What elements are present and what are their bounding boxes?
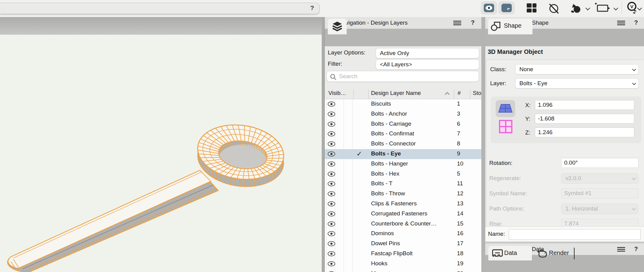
visibility-eye-icon[interactable] [327,191,335,198]
visibility-eye-icon[interactable] [327,151,335,158]
layer-name[interactable]: Magents [371,270,393,272]
layer-row[interactable]: Bolts - Throw12 [325,189,481,199]
layer-name[interactable]: Bolts - Hanger [371,160,408,167]
visibility-eye-icon[interactable] [327,101,335,108]
x-input[interactable]: 1.096 [535,100,634,110]
filter-label: Filter: [328,61,342,67]
layer-row[interactable]: Bolts - Carriage6 [325,119,481,129]
layer-row[interactable]: Dominos16 [325,229,481,239]
column-name[interactable]: Design Layer Name [371,90,421,96]
grid-2d-mode-button[interactable] [499,120,513,135]
visibility-eye-icon[interactable] [327,121,335,128]
layer-name[interactable]: Bolts - Confirmat [371,130,414,137]
layer-row[interactable]: Bolts - Connector8 [325,139,481,149]
layer-options-dropdown[interactable]: Active Only [376,48,479,58]
page-note-toggle-button[interactable] [498,1,515,15]
visibility-eye-icon[interactable] [327,231,335,238]
layer-list-header[interactable]: Visib… Design Layer Name # Sto [325,88,481,99]
panel-splitter-handle[interactable] [574,248,575,259]
visibility-eye-icon[interactable] [327,161,335,168]
layer-name[interactable]: Bolts - Connector [371,140,416,147]
visibility-eye-icon[interactable] [327,201,335,208]
layer-name[interactable]: Bolts - Throw [371,190,405,197]
layer-row[interactable]: Clips & Fasteners13 [325,199,481,209]
no-render-circle-slash-button[interactable] [547,3,561,16]
layer-name[interactable]: Counterbore & Counter… [371,220,437,227]
tab-design-layers[interactable] [328,19,347,34]
column-visibility[interactable]: Visib… [328,90,346,96]
visibility-eye-icon[interactable] [327,271,335,272]
layer-dropdown[interactable]: Bolts - Eye [515,78,639,89]
visibility-eye-icon[interactable] [327,171,335,178]
class-dropdown[interactable]: None [515,64,639,75]
visibility-eye-toggle-button[interactable] [481,1,497,15]
visibility-eye-icon[interactable] [327,221,335,228]
layer-name[interactable]: Bolts - Anchor [371,110,407,117]
layer-row[interactable]: Corrugated Fasteners14 [325,209,481,219]
new-viewport-dropdown-chevron-icon[interactable] [614,6,618,11]
panel-help-button[interactable]: ? [634,246,638,253]
layer-name[interactable]: Hooks [371,260,387,267]
panel-divider[interactable] [322,17,325,272]
window-layout-button[interactable] [526,3,538,15]
layer-row[interactable]: Biscuits1 [325,99,481,109]
layer-row[interactable]: Magents20 [325,269,481,272]
panel-menu-icon[interactable] [617,247,625,252]
search-field[interactable] [327,71,479,82]
filter-dropdown[interactable]: <All Layers> [376,59,479,70]
column-stories[interactable]: Sto [473,90,481,96]
layer-row[interactable]: Dowel Pins17 [325,239,481,249]
visibility-eye-icon[interactable] [327,111,335,118]
visibility-eye-icon[interactable] [327,181,335,188]
view-bar-help-button[interactable]: ? [310,4,314,12]
layer-name[interactable]: Bolts - T [371,180,392,187]
layer-row[interactable]: Bolts - Confirmat7 [325,129,481,139]
rotation-input[interactable]: 0.00° [561,158,639,168]
panel-menu-icon[interactable] [617,21,625,25]
layer-row[interactable]: Hooks19 [325,259,481,269]
visibility-eye-icon[interactable] [327,141,335,148]
visibility-eye-icon[interactable] [327,211,335,218]
visibility-eye-icon[interactable] [327,251,335,258]
render-style-button[interactable] [569,3,584,16]
search-input[interactable] [339,72,473,81]
tab-shape[interactable]: Shape [488,19,533,34]
layer-row[interactable]: Fastcap FlipBolt18 [325,249,481,259]
design-layer-list[interactable]: Biscuits1Bolts - Anchor3Bolts - Carriage… [325,99,481,272]
column-number[interactable]: # [458,90,461,96]
tab-data[interactable]: Data [488,246,532,260]
layer-name[interactable]: Biscuits [371,100,391,107]
visibility-eye-icon[interactable] [327,131,335,138]
layer-name[interactable]: Bolts - Eye [371,150,401,157]
layer-number: 3 [457,110,460,117]
tab-render[interactable]: Render [533,246,576,260]
new-viewport-button[interactable] [595,3,612,16]
panel-help-button[interactable]: ? [471,19,475,26]
visibility-eye-icon[interactable] [327,261,335,268]
visibility-eye-icon[interactable] [327,241,335,248]
coords-3d-mode-button[interactable] [496,100,515,117]
layer-name[interactable]: Bolts - Carriage [371,120,411,127]
layer-name[interactable]: Clips & Fasteners [371,200,417,207]
layer-name[interactable]: Dominos [371,230,394,237]
panel-help-button[interactable]: ? [634,19,638,26]
panel-divider[interactable] [481,17,485,272]
layer-row[interactable]: ✓Bolts - Eye9 [325,149,481,159]
layer-name[interactable]: Corrugated Fasteners [371,210,427,217]
x-value: 1.096 [538,102,553,108]
z-input[interactable]: 1.246 [535,127,634,137]
layer-row[interactable]: Counterbore & Counter…15 [325,219,481,229]
render-style-dropdown-chevron-icon[interactable] [586,6,590,11]
layer-row[interactable]: Bolts - Anchor3 [325,109,481,119]
layer-row[interactable]: Bolts - Hex5 [325,169,481,179]
layer-name[interactable]: Fastcap FlipBolt [371,250,412,257]
y-input[interactable]: -1.608 [535,114,634,124]
name-input[interactable] [509,229,641,240]
panel-menu-icon[interactable] [453,21,461,25]
layer-name[interactable]: Dowel Pins [371,240,400,247]
layer-name[interactable]: Bolts - Hex [371,170,399,177]
layer-row[interactable]: Bolts - Hanger10 [325,159,481,169]
name-bar: Name: [485,226,644,242]
layer-row[interactable]: Bolts - T11 [325,179,481,189]
drawing-canvas[interactable] [0,35,322,272]
